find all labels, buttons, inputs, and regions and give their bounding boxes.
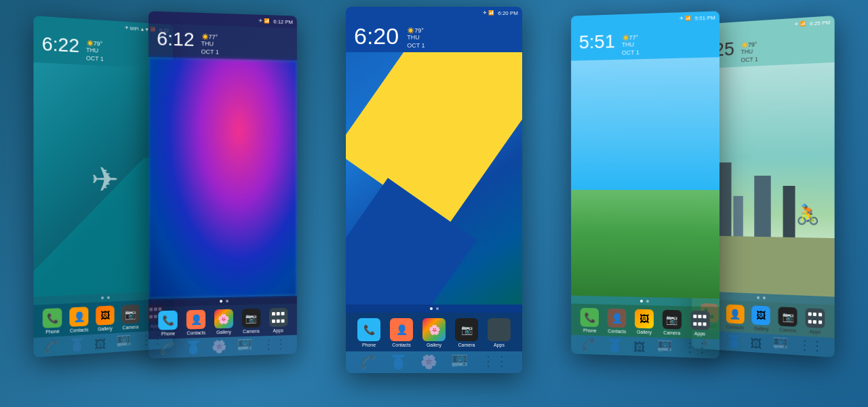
apps-icon-5 (806, 308, 825, 328)
gallery-label-5: Gallery (754, 326, 769, 331)
app-contacts[interactable]: 👤 Contacts (186, 310, 205, 336)
phone-3[interactable]: ✈📶6:20 PM 6:20 ☀️ 79° THUOCT 1 (346, 7, 522, 373)
date-5: THUOCT 1 (741, 47, 758, 64)
app-camera-4[interactable]: 📷 Camera (663, 310, 682, 336)
dot-active (220, 300, 222, 303)
camera-icon-3: 📷 (455, 318, 478, 341)
app-contacts-3[interactable]: 👤 Contacts (390, 318, 413, 347)
gallery-icon-2: 🌸 (214, 309, 233, 329)
weather-3: ☀️ 79° (407, 27, 424, 34)
clock-area-4: 5:51 ☀️ 77° THUOCT 1 (571, 24, 719, 61)
phone-label-2: Phone (161, 331, 176, 336)
app-gallery[interactable]: 🌸 Gallery (214, 309, 233, 335)
date-1: THUOCT 1 (86, 46, 104, 63)
apps-icon-3 (488, 318, 511, 341)
clock-time-2: 6:12 (157, 29, 194, 50)
apps-icon-2 (269, 308, 288, 327)
gallery-label-2: Gallery (216, 330, 231, 335)
status-time-5: 6:25 PM (810, 19, 831, 26)
app-icon-contacts[interactable]: 👤 Contacts (70, 307, 89, 333)
app-phone[interactable]: 📞 Phone (159, 311, 178, 336)
clock-time-4: 5:51 (579, 32, 615, 52)
app-camera-3[interactable]: 📷 Camera (455, 318, 478, 347)
gallery-label-4: Gallery (637, 330, 652, 335)
app-icon-phone[interactable]: 📞 Phone (43, 308, 62, 334)
clock-area-3: 6:20 ☀️ 79° THUOCT 1 (346, 19, 522, 52)
dock-reflection-3: 📞 👤 🌸 📷 ⋮⋮ (346, 351, 522, 373)
app-gallery-4[interactable]: 🖼 Gallery (635, 309, 654, 335)
camera-label: Camera (123, 324, 139, 330)
gallery-icon: 🖼 (96, 305, 114, 325)
weather-2: ☀️ 77° (201, 33, 218, 41)
dot (436, 307, 439, 310)
apps-label-5: Apps (810, 329, 821, 334)
airplane-icon: ✈ (91, 160, 119, 199)
app-apps-3[interactable]: Apps (488, 318, 511, 347)
contacts-label-4: Contacts (608, 328, 626, 334)
wallpaper-4 (571, 58, 719, 299)
gallery-icon-3: 🌸 (422, 318, 446, 341)
app-gallery-3[interactable]: 🌸 Gallery (422, 318, 446, 347)
apps-icon-4 (690, 311, 709, 330)
contacts-icon-3: 👤 (390, 318, 413, 341)
camera-label-3: Camera (458, 343, 475, 347)
dock-3: 📞 Phone 👤 Contacts 🌸 Gallery 📷 Camera (346, 313, 522, 351)
app-gallery-5[interactable]: 🖼 Gallery (752, 305, 770, 331)
dock-2: 📞 Phone 👤 Contacts 🌸 Gallery 📷 Camera (149, 303, 297, 339)
date-2: THUOCT 1 (201, 40, 219, 56)
phone-label-4: Phone (583, 328, 597, 332)
app-camera-5[interactable]: 📷 Camera (778, 307, 797, 333)
clock-time-1: 6:22 (42, 35, 79, 56)
date-4: THUOCT 1 (622, 41, 639, 57)
camera-label-5: Camera (779, 327, 796, 332)
status-bar-3: ✈📶6:20 PM (346, 7, 522, 19)
cyclist-figure: 🚴 (795, 204, 819, 227)
contacts-label-5: Contacts (726, 324, 744, 330)
status-time-3: 6:20 PM (498, 10, 518, 16)
wallpaper-3 (346, 52, 522, 305)
app-contacts-4[interactable]: 👤 Contacts (608, 309, 627, 334)
clock-area-2: 6:12 ☀️ 77° THUOCT 1 (149, 24, 297, 61)
app-camera[interactable]: 📷 Camera (242, 309, 261, 334)
contacts-icon-2: 👤 (186, 310, 205, 330)
gallery-label: Gallery (98, 326, 113, 331)
status-time-2: 6:12 PM (273, 18, 293, 25)
camera-icon: 📷 (121, 305, 140, 324)
app-icon-camera[interactable]: 📷 Camera (121, 305, 140, 330)
contacts-icon-5: 👤 (726, 305, 745, 324)
app-apps[interactable]: Apps (269, 308, 288, 333)
app-apps-4[interactable]: Apps (690, 311, 709, 336)
dot (763, 296, 766, 299)
contacts-icon: 👤 (70, 307, 89, 327)
dock-reflection-2: 📞 👤 🌸 📷 ⋮⋮ (149, 335, 297, 359)
phone-icon-3: 📞 (357, 318, 380, 341)
app-apps-5[interactable]: Apps (806, 308, 825, 334)
dot (646, 300, 648, 303)
phones-row: ✈WiFi▲▼📶6:22 6:22 ☀️ 79° THUOCT 1 ✈ (0, 0, 868, 407)
dock-4: 📞 Phone 👤 Contacts 🖼 Gallery 📷 Camera (571, 303, 719, 339)
phone-2[interactable]: ✈📶6:12 PM 6:12 ☀️ 77° THUOCT 1 (149, 11, 297, 358)
app-phone-3[interactable]: 📞 Phone (357, 318, 380, 347)
camera-icon-4: 📷 (663, 310, 682, 330)
dot (225, 300, 228, 303)
app-icon-gallery[interactable]: 🖼 Gallery (96, 305, 114, 331)
date-3: THUOCT 1 (407, 34, 425, 50)
app-contacts-5[interactable]: 👤 Contacts (726, 305, 745, 330)
dock-reflection-4: 📞 👤 🖼 📷 ⋮⋮ (571, 335, 719, 359)
page-dots-3 (346, 305, 522, 313)
phone-icon-4: 📞 (580, 308, 599, 327)
apps-label-2: Apps (273, 328, 283, 333)
phone-4[interactable]: ✈📶5:51 PM 5:51 ☀️ 77° THUOCT 1 (571, 11, 719, 358)
phone-label: Phone (45, 329, 60, 334)
wallpaper-2 (149, 58, 297, 299)
phone-icon-2: 📞 (159, 311, 178, 330)
contacts-icon-4: 👤 (608, 309, 627, 328)
gallery-label-3: Gallery (427, 343, 441, 347)
dot (106, 296, 109, 299)
dot-active (640, 300, 643, 303)
clock-time-3: 6:20 (354, 24, 399, 47)
weather-4: ☀️ 77° (622, 34, 638, 41)
app-phone-4[interactable]: 📞 Phone (580, 308, 599, 333)
dot-active (430, 307, 433, 310)
gallery-icon-5: 🖼 (752, 305, 770, 325)
